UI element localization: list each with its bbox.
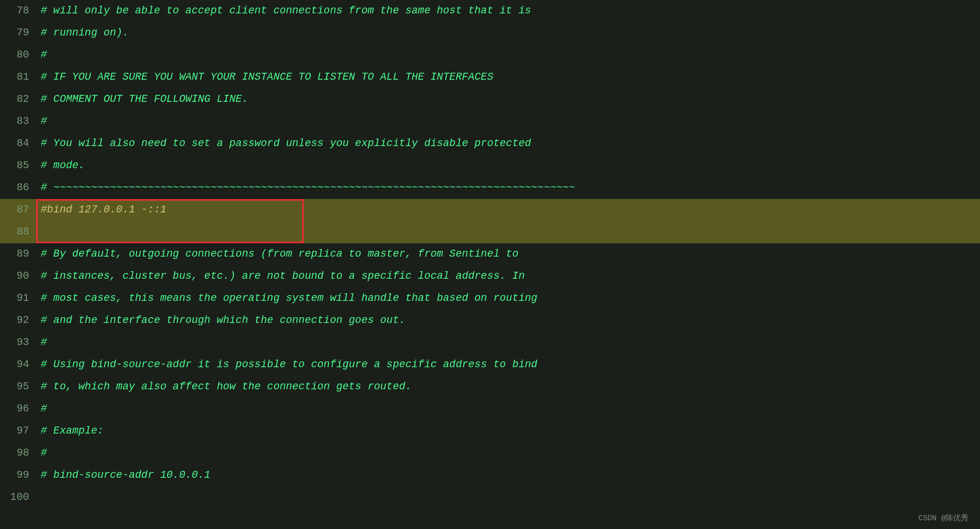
code-line-88: 88 (0, 221, 980, 243)
code-line: 94 # Using bind-source-addr it is possib… (0, 354, 980, 376)
line-content: # (35, 398, 980, 420)
line-content: # mode. (35, 155, 980, 177)
line-content (35, 487, 980, 509)
line-number: 80 (0, 44, 35, 66)
line-number: 86 (0, 177, 35, 199)
line-content: # (35, 111, 980, 133)
line-number: 84 (0, 133, 35, 155)
line-number: 88 (0, 221, 35, 243)
highlighted-section: 87 #bind 127.0.0.1 -::1 88 (0, 199, 980, 243)
code-line: 83 # (0, 111, 980, 133)
line-content: # You will also need to set a password u… (35, 133, 980, 155)
line-number: 89 (0, 243, 35, 265)
code-line: 89 # By default, outgoing connections (f… (0, 243, 980, 265)
line-number: 79 (0, 22, 35, 44)
line-content: # (35, 332, 980, 354)
line-content: # Example: (35, 420, 980, 442)
code-line: 100 (0, 487, 980, 509)
line-content: # to, which may also affect how the conn… (35, 376, 980, 398)
line-number: 95 (0, 376, 35, 398)
code-line: 86 # ~~~~~~~~~~~~~~~~~~~~~~~~~~~~~~~~~~~… (0, 177, 980, 199)
line-number: 90 (0, 265, 35, 287)
code-line: 97 # Example: (0, 420, 980, 442)
code-line: 78 # will only be able to accept client … (0, 0, 980, 22)
code-line: 93 # (0, 332, 980, 354)
code-line: 92 # and the interface through which the… (0, 310, 980, 332)
code-line: 90 # instances, cluster bus, etc.) are n… (0, 265, 980, 287)
line-number: 93 (0, 332, 35, 354)
line-content: # (35, 442, 980, 464)
line-number: 82 (0, 88, 35, 111)
line-number: 98 (0, 442, 35, 464)
line-content: # ~~~~~~~~~~~~~~~~~~~~~~~~~~~~~~~~~~~~~~… (35, 177, 980, 199)
line-number: 83 (0, 111, 35, 133)
watermark: CSDN @陈优秀 (918, 513, 968, 523)
line-content: # running on). (35, 22, 980, 44)
code-lines: 78 # will only be able to accept client … (0, 0, 980, 509)
code-line: 96 # (0, 398, 980, 420)
code-line: 79 # running on). (0, 22, 980, 44)
line-number: 91 (0, 287, 35, 310)
code-line: 84 # You will also need to set a passwor… (0, 133, 980, 155)
line-content: # Using bind-source-addr it is possible … (35, 354, 980, 376)
code-line-87: 87 #bind 127.0.0.1 -::1 (0, 199, 980, 221)
code-line: 80 # (0, 44, 980, 66)
code-line: 81 # IF YOU ARE SURE YOU WANT YOUR INSTA… (0, 66, 980, 88)
line-number: 92 (0, 310, 35, 332)
code-line: 85 # mode. (0, 155, 980, 177)
line-content: # (35, 44, 980, 66)
code-editor: 78 # will only be able to accept client … (0, 0, 980, 529)
code-line: 82 # COMMENT OUT THE FOLLOWING LINE. (0, 88, 980, 111)
line-number: 78 (0, 0, 35, 22)
line-content (35, 221, 980, 243)
line-content: #bind 127.0.0.1 -::1 (35, 199, 980, 221)
line-number: 81 (0, 66, 35, 88)
code-line: 95 # to, which may also affect how the c… (0, 376, 980, 398)
line-content: # instances, cluster bus, etc.) are not … (35, 265, 980, 287)
line-content: # bind-source-addr 10.0.0.1 (35, 464, 980, 487)
line-number: 94 (0, 354, 35, 376)
line-content: # IF YOU ARE SURE YOU WANT YOUR INSTANCE… (35, 66, 980, 88)
code-line: 91 # most cases, this means the operatin… (0, 287, 980, 310)
line-number: 99 (0, 464, 35, 487)
line-number: 87 (0, 199, 35, 221)
line-number: 96 (0, 398, 35, 420)
code-line: 98 # (0, 442, 980, 464)
line-content: # most cases, this means the operating s… (35, 287, 980, 310)
line-number: 100 (0, 487, 35, 509)
line-content: # will only be able to accept client con… (35, 0, 980, 22)
line-content: # COMMENT OUT THE FOLLOWING LINE. (35, 88, 980, 111)
line-content: # and the interface through which the co… (35, 310, 980, 332)
line-number: 85 (0, 155, 35, 177)
line-number: 97 (0, 420, 35, 442)
line-content: # By default, outgoing connections (from… (35, 243, 980, 265)
code-line: 99 # bind-source-addr 10.0.0.1 (0, 464, 980, 487)
